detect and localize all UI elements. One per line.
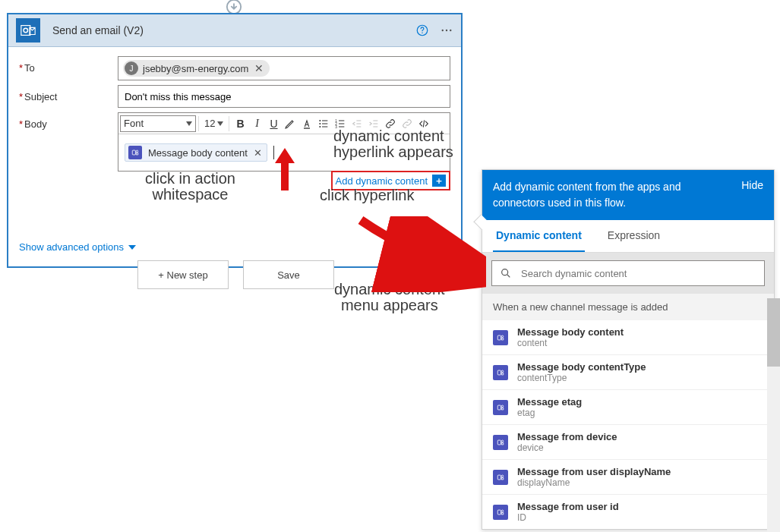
tab-expression[interactable]: Expression [605, 220, 663, 252]
card-header[interactable]: Send an email (V2) [8, 14, 461, 47]
svg-rect-20 [497, 370, 501, 375]
highlight-icon[interactable] [282, 115, 298, 132]
avatar: J [125, 61, 138, 75]
svg-point-9 [320, 120, 321, 121]
dynamic-content-item[interactable]: Message body contentcontent [482, 320, 774, 355]
svg-point-10 [320, 123, 321, 124]
item-subtitle: contentType [517, 373, 646, 383]
svg-rect-18 [497, 335, 501, 340]
red-arrow-right [357, 216, 486, 292]
item-subtitle: displayName [517, 477, 671, 488]
annotation-hyperlink-appears: dynamic contenthyperlink appears [333, 128, 453, 160]
svg-point-4 [422, 32, 423, 33]
dynamic-content-panel: Add dynamic content from the apps and co… [482, 169, 775, 530]
body-label: *Body [19, 112, 118, 130]
to-input[interactable]: J jsebby@sm-energy.com ✕ [118, 56, 450, 80]
teams-icon [493, 505, 508, 520]
subject-label: *Subject [19, 85, 118, 102]
outlook-icon [16, 18, 40, 42]
group-header: When a new channel message is added [482, 294, 774, 320]
svg-rect-22 [497, 405, 501, 410]
token-label: Message body content [148, 147, 248, 159]
svg-point-21 [501, 370, 504, 373]
svg-point-27 [501, 475, 504, 477]
item-title: Message from device [517, 431, 617, 442]
item-subtitle: etag [517, 408, 582, 418]
svg-point-5 [442, 30, 444, 31]
item-title: Message etag [517, 396, 582, 408]
svg-rect-8 [304, 127, 310, 128]
help-icon[interactable] [415, 24, 429, 37]
svg-point-23 [501, 405, 504, 408]
search-icon [500, 267, 512, 279]
dynamic-content-item[interactable]: Message from user idID [482, 495, 774, 529]
dynamic-content-item[interactable]: Message etagetag [482, 390, 774, 425]
font-dropdown[interactable]: Font [120, 115, 196, 132]
recipient-email: jsebby@sm-energy.com [143, 63, 248, 74]
more-menu-icon[interactable] [440, 24, 453, 37]
item-title: Message from user displayName [517, 466, 671, 477]
save-button[interactable]: Save [243, 260, 334, 289]
svg-point-29 [501, 510, 504, 512]
panel-tabs: Dynamic content Expression [482, 220, 774, 253]
underline-icon[interactable]: U [265, 115, 282, 132]
annotation-click-whitespace: click in actionwhitespace [145, 171, 235, 203]
dynamic-token-message-body[interactable]: Message body content ✕ [125, 143, 267, 162]
remove-recipient-icon[interactable]: ✕ [254, 62, 264, 74]
item-title: Message from user id [517, 501, 619, 512]
svg-marker-30 [275, 148, 295, 190]
font-size-dropdown[interactable]: 12 [204, 118, 223, 129]
svg-rect-15 [132, 150, 135, 155]
svg-rect-1 [21, 26, 30, 36]
svg-point-11 [320, 126, 321, 127]
svg-point-7 [450, 30, 451, 31]
search-field[interactable] [519, 267, 756, 280]
teams-icon [493, 365, 508, 380]
svg-rect-24 [497, 440, 501, 445]
italic-icon[interactable]: I [248, 115, 265, 132]
dynamic-content-item[interactable]: Message from user displayNamedisplayName [482, 460, 774, 495]
to-recipient-chip[interactable]: J jsebby@sm-energy.com ✕ [123, 60, 270, 77]
red-arrow-up [273, 148, 296, 190]
card-title: Send an email (V2) [52, 24, 144, 36]
svg-rect-28 [497, 510, 501, 515]
search-dynamic-content-input[interactable] [491, 260, 765, 286]
teams-icon [493, 470, 508, 485]
item-title: Message body content [517, 326, 624, 338]
teams-icon [493, 330, 508, 345]
hide-panel-link[interactable]: Hide [741, 179, 763, 191]
subject-input[interactable] [118, 85, 450, 108]
panel-header: Add dynamic content from the apps and co… [482, 170, 774, 220]
svg-point-19 [501, 335, 504, 338]
bold-icon[interactable]: B [232, 115, 248, 132]
svg-rect-26 [497, 475, 501, 480]
font-color-icon[interactable] [298, 115, 315, 132]
page-scrollbar[interactable] [767, 298, 780, 532]
dynamic-content-item[interactable]: Message body contentTypecontentType [482, 355, 774, 390]
add-dynamic-plus-icon[interactable]: ＋ [432, 175, 446, 187]
remove-token-icon[interactable]: ✕ [254, 147, 262, 159]
annotation-click-hyperlink: click hyperlink [320, 187, 414, 203]
item-subtitle: ID [517, 512, 619, 523]
dynamic-content-list[interactable]: When a new channel message is added Mess… [482, 294, 774, 529]
scrollbar-thumb[interactable] [767, 298, 780, 367]
teams-icon [128, 146, 142, 159]
new-step-button[interactable]: + New step [137, 260, 229, 289]
teams-icon [493, 400, 508, 415]
svg-point-17 [502, 269, 508, 275]
svg-point-16 [136, 150, 138, 153]
to-label: *To [19, 56, 118, 74]
chevron-down-icon [128, 245, 136, 250]
item-subtitle: content [517, 338, 624, 348]
tab-dynamic-content[interactable]: Dynamic content [493, 220, 585, 252]
svg-point-6 [446, 30, 447, 31]
svg-point-25 [501, 440, 504, 442]
teams-icon [493, 435, 508, 450]
item-subtitle: device [517, 442, 617, 453]
bullet-list-icon[interactable] [315, 115, 332, 132]
dynamic-content-item[interactable]: Message from devicedevice [482, 425, 774, 460]
item-title: Message body contentType [517, 361, 646, 373]
